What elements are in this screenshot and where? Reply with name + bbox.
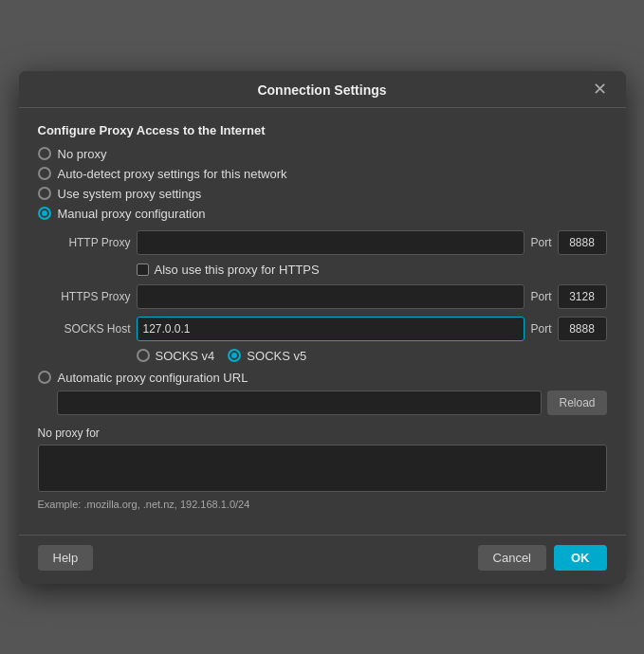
reload-button[interactable]: Reload: [547, 391, 606, 415]
no-proxy-option: No proxy: [38, 147, 607, 161]
dialog-title: Connection Settings: [257, 82, 386, 98]
auto-url-input[interactable]: [57, 391, 543, 415]
no-proxy-textarea[interactable]: [38, 445, 607, 492]
dialog-body: Configure Proxy Access to the Internet N…: [19, 108, 626, 525]
section-title: Configure Proxy Access to the Internet: [38, 123, 607, 137]
cancel-button[interactable]: Cancel: [478, 545, 546, 571]
socks-v4-option: SOCKS v4: [137, 349, 215, 363]
no-proxy-section: No proxy for Example: .mozilla.org, .net…: [38, 427, 607, 510]
http-port-label: Port: [530, 236, 551, 249]
auto-url-radio[interactable]: [38, 371, 51, 384]
https-also-label[interactable]: Also use this proxy for HTTPS: [155, 263, 320, 277]
connection-settings-dialog: Connection Settings ✕ Configure Proxy Ac…: [19, 71, 626, 584]
socks-v4-label[interactable]: SOCKS v4: [156, 349, 215, 363]
socks-host-input[interactable]: [137, 317, 525, 341]
http-proxy-input[interactable]: [137, 230, 525, 255]
auto-detect-option: Auto-detect proxy settings for this netw…: [38, 167, 607, 181]
http-proxy-row: HTTP Proxy Port: [57, 230, 607, 255]
system-proxy-radio[interactable]: [38, 187, 51, 200]
http-proxy-label: HTTP Proxy: [57, 236, 131, 249]
https-port-input[interactable]: [558, 284, 607, 309]
https-proxy-row: HTTPS Proxy Port: [57, 284, 607, 309]
no-proxy-for-label: No proxy for: [38, 427, 607, 440]
https-also-row: Also use this proxy for HTTPS: [137, 263, 607, 277]
http-port-input[interactable]: [558, 230, 607, 255]
socks-v4-radio[interactable]: [137, 349, 150, 362]
auto-url-section: Automatic proxy configuration URL Reload: [38, 371, 607, 415]
https-proxy-label: HTTPS Proxy: [57, 290, 131, 303]
ok-button[interactable]: OK: [554, 545, 607, 571]
auto-url-field-row: Reload: [57, 391, 607, 415]
dialog-footer: Help Cancel OK: [19, 535, 626, 584]
socks-host-label: SOCKS Host: [57, 322, 131, 336]
https-port-label: Port: [530, 290, 551, 303]
auto-detect-label[interactable]: Auto-detect proxy settings for this netw…: [58, 167, 287, 181]
auto-detect-radio[interactable]: [38, 167, 51, 180]
system-proxy-option: Use system proxy settings: [38, 187, 607, 201]
socks-host-row: SOCKS Host Port: [57, 317, 607, 341]
no-proxy-radio[interactable]: [38, 147, 51, 160]
manual-proxy-label[interactable]: Manual proxy configuration: [58, 207, 206, 221]
socks-port-label: Port: [530, 322, 551, 336]
auto-url-label[interactable]: Automatic proxy configuration URL: [58, 371, 248, 385]
socks-v5-radio[interactable]: [228, 349, 241, 362]
socks-v5-label[interactable]: SOCKS v5: [247, 349, 306, 363]
socks-version-row: SOCKS v4 SOCKS v5: [137, 349, 607, 363]
system-proxy-label[interactable]: Use system proxy settings: [58, 187, 202, 201]
footer-right: Cancel OK: [478, 545, 607, 571]
title-bar: Connection Settings ✕: [19, 71, 626, 108]
auto-url-option: Automatic proxy configuration URL: [38, 371, 607, 385]
help-button[interactable]: Help: [38, 545, 94, 571]
no-proxy-example: Example: .mozilla.org, .net.nz, 192.168.…: [38, 499, 607, 510]
proxy-fields: HTTP Proxy Port Also use this proxy for …: [57, 230, 607, 363]
https-also-checkbox[interactable]: [137, 263, 149, 276]
https-proxy-input[interactable]: [137, 284, 525, 309]
manual-proxy-radio[interactable]: [38, 207, 51, 220]
socks-port-input[interactable]: [558, 317, 607, 341]
socks-v5-option: SOCKS v5: [228, 349, 306, 363]
close-button[interactable]: ✕: [587, 79, 613, 100]
no-proxy-label[interactable]: No proxy: [58, 147, 107, 161]
manual-proxy-option: Manual proxy configuration: [38, 207, 607, 221]
